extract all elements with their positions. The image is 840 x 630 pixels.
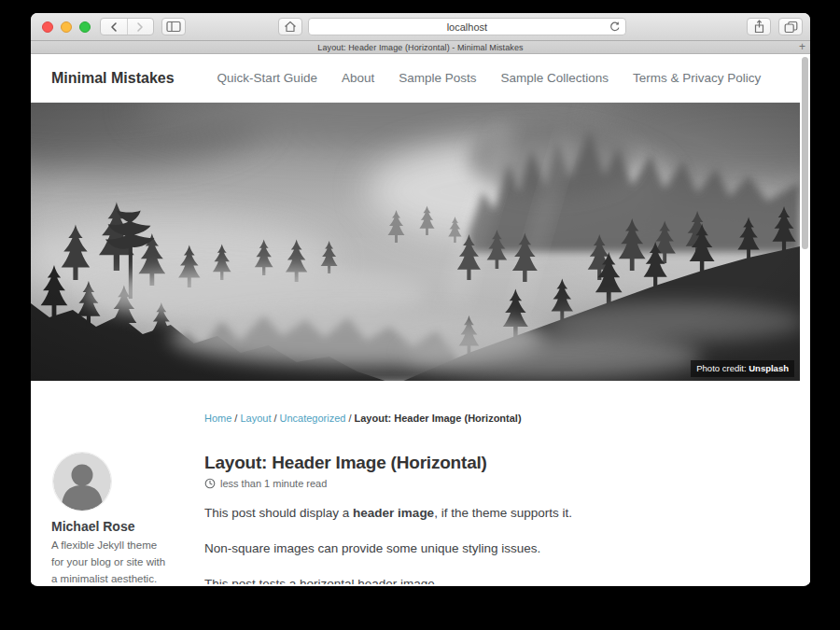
tab-bar: Layout: Header Image (Horizontal) - Mini… — [31, 41, 810, 54]
article: Layout: Header Image (Horizontal) less t… — [204, 453, 774, 584]
breadcrumb-separator: / — [234, 413, 237, 424]
paragraph-text: This post should display a — [204, 506, 353, 520]
zoom-window-button[interactable] — [79, 21, 91, 33]
post-meta: less than 1 minute read — [204, 478, 774, 489]
chevron-left-icon — [109, 21, 119, 33]
breadcrumb-separator: / — [348, 413, 351, 424]
paragraph: Non-square images can provide some uniqu… — [204, 540, 774, 558]
traffic-lights — [42, 21, 91, 33]
reload-icon — [609, 21, 621, 33]
tab-overview-button[interactable] — [778, 18, 803, 35]
author-name: Michael Rose — [51, 519, 184, 534]
content-columns: Michael Rose A flexible Jekyll theme for… — [51, 453, 800, 584]
scrollbar-thumb[interactable] — [802, 57, 808, 249]
browser-toolbar: localhost — [31, 13, 810, 41]
photo-credit: Photo credit: Unsplash — [691, 360, 794, 377]
page-body: Home/Layout/Uncategorized/Layout: Header… — [31, 381, 800, 584]
nav-link-about[interactable]: About — [342, 71, 374, 85]
photo-credit-text: Photo credit: — [696, 363, 749, 373]
read-time: less than 1 minute read — [220, 478, 327, 489]
home-button[interactable] — [278, 18, 302, 35]
nav-link-terms-privacy[interactable]: Terms & Privacy Policy — [633, 71, 761, 85]
nav-link-quick-start-guide[interactable]: Quick-Start Guide — [217, 71, 317, 85]
breadcrumb-current: Layout: Header Image (Horizontal) — [355, 413, 522, 424]
nav-link-sample-collections[interactable]: Sample Collections — [500, 71, 609, 85]
safari-window: localhost Layout: Header Image (Horizont… — [31, 13, 810, 586]
avatar — [53, 453, 111, 511]
sidebar-icon — [166, 21, 181, 33]
clock-icon — [204, 478, 216, 489]
forward-button[interactable] — [127, 19, 154, 35]
paragraph: This post should display a header image,… — [204, 505, 774, 523]
site-logo-link[interactable]: Minimal Mistakes — [51, 70, 175, 87]
paragraph-bold-text: header image — [353, 506, 434, 520]
paragraph: This post tests a horizontal header imag… — [204, 576, 774, 584]
share-icon — [753, 20, 765, 34]
breadcrumb: Home/Layout/Uncategorized/Layout: Header… — [204, 413, 800, 424]
reload-button[interactable] — [609, 21, 621, 35]
history-nav-group — [100, 18, 154, 35]
address-bar-url: localhost — [447, 21, 487, 33]
site-masthead: Minimal Mistakes Quick-Start Guide About… — [31, 54, 800, 103]
author-sidebar: Michael Rose A flexible Jekyll theme for… — [51, 453, 184, 584]
paragraph-text: , if the theme supports it. — [434, 506, 572, 520]
address-bar[interactable]: localhost — [308, 18, 626, 35]
avatar-silhouette-icon — [53, 453, 111, 511]
nav-link-sample-posts[interactable]: Sample Posts — [399, 71, 476, 85]
tabs-icon — [784, 21, 798, 34]
back-button[interactable] — [101, 19, 127, 35]
scrollbar-track[interactable] — [800, 54, 810, 584]
page-viewport: Minimal Mistakes Quick-Start Guide About… — [31, 54, 810, 584]
breadcrumb-link-layout[interactable]: Layout — [240, 413, 271, 424]
header-image: Photo credit: Unsplash — [31, 103, 800, 381]
foggy-forest-illustration — [31, 103, 800, 381]
share-button[interactable] — [747, 18, 771, 35]
new-tab-button[interactable]: + — [799, 40, 805, 53]
web-page: Minimal Mistakes Quick-Start Guide About… — [31, 54, 800, 584]
breadcrumb-separator: / — [273, 413, 276, 424]
sidebar-toggle-button[interactable] — [161, 18, 186, 35]
breadcrumb-link-uncategorized[interactable]: Uncategorized — [280, 413, 346, 424]
chevron-right-icon — [135, 21, 145, 33]
photo-credit-link[interactable]: Unsplash — [749, 363, 789, 373]
page-title: Layout: Header Image (Horizontal) — [204, 453, 774, 473]
close-window-button[interactable] — [42, 21, 53, 33]
breadcrumb-link-home[interactable]: Home — [204, 413, 231, 424]
site-nav: Quick-Start Guide About Sample Posts Sam… — [217, 71, 762, 85]
tab-title[interactable]: Layout: Header Image (Horizontal) - Mini… — [317, 43, 523, 52]
home-icon — [284, 21, 297, 33]
minimize-window-button[interactable] — [61, 21, 72, 33]
author-bio: A flexible Jekyll theme for your blog or… — [51, 538, 184, 584]
